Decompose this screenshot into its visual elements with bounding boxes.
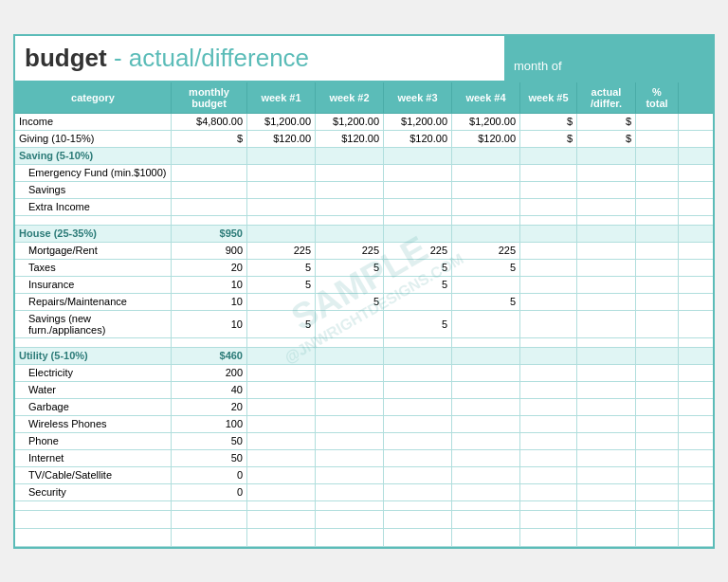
cell xyxy=(172,165,247,181)
cell xyxy=(316,467,384,483)
cell xyxy=(247,416,316,432)
cell: $120.00 xyxy=(452,131,520,147)
cell xyxy=(577,277,636,293)
cell xyxy=(247,199,316,215)
cell xyxy=(247,148,316,164)
col-header-actual: actual /differ. xyxy=(577,82,636,113)
cell xyxy=(316,416,384,432)
table-row: Security0 xyxy=(15,484,713,501)
table-row: Electricity200 xyxy=(15,365,713,382)
cell xyxy=(384,484,452,500)
cell xyxy=(316,148,384,164)
cell xyxy=(520,243,577,259)
cell: 0 xyxy=(172,484,247,500)
cell: $1,200.00 xyxy=(247,114,316,130)
cell xyxy=(247,348,316,364)
table-row: Taxes205555 xyxy=(15,260,713,277)
cell xyxy=(316,311,384,337)
cell xyxy=(520,226,577,242)
cell xyxy=(384,348,452,364)
col-header-week1: week #1 xyxy=(247,82,316,113)
cell xyxy=(452,311,520,337)
cell xyxy=(384,182,452,198)
cell xyxy=(520,382,577,398)
cell xyxy=(520,484,577,500)
cell: $ xyxy=(577,131,636,147)
cell xyxy=(316,199,384,215)
cell xyxy=(452,182,520,198)
cell xyxy=(452,165,520,181)
cell: Electricity xyxy=(15,365,172,381)
cell xyxy=(452,433,520,449)
table-row: Garbage20 xyxy=(15,399,713,416)
cell xyxy=(636,382,679,398)
cell: $120.00 xyxy=(384,131,452,147)
cell xyxy=(384,199,452,215)
cell xyxy=(577,484,636,500)
cell xyxy=(172,148,247,164)
cell: $1,200.00 xyxy=(452,114,520,130)
cell xyxy=(520,416,577,432)
cell xyxy=(384,294,452,310)
cell xyxy=(520,399,577,415)
cell: $1,200.00 xyxy=(384,114,452,130)
cell xyxy=(636,148,679,164)
cell xyxy=(520,450,577,466)
cell xyxy=(636,260,679,276)
cell xyxy=(520,165,577,181)
cell xyxy=(384,467,452,483)
cell: House (25-35%) xyxy=(15,226,172,242)
cell: 5 xyxy=(384,277,452,293)
spacer-row xyxy=(15,338,713,348)
cell xyxy=(316,484,384,500)
col-header-week5: week #5 xyxy=(520,82,577,113)
cell: Phone xyxy=(15,433,172,449)
month-label: month of xyxy=(514,59,562,73)
cell: 5 xyxy=(247,260,316,276)
cell xyxy=(636,226,679,242)
cell xyxy=(247,467,316,483)
cell xyxy=(247,182,316,198)
cell: 5 xyxy=(316,260,384,276)
cell: Giving (10-15%) xyxy=(15,131,172,147)
cell: 5 xyxy=(247,277,316,293)
cell xyxy=(384,165,452,181)
cell xyxy=(172,199,247,215)
cell: 225 xyxy=(452,243,520,259)
cell xyxy=(636,114,679,130)
cell xyxy=(636,416,679,432)
cell xyxy=(577,399,636,415)
cell xyxy=(316,182,384,198)
cell xyxy=(520,365,577,381)
spacer-row xyxy=(15,216,713,226)
section-header-row: Saving (5-10%) xyxy=(15,148,713,165)
cell xyxy=(384,226,452,242)
cell xyxy=(636,165,679,181)
section-header-row: Utility (5-10%)$460 xyxy=(15,348,713,365)
cell: 40 xyxy=(172,382,247,398)
cell: Income xyxy=(15,114,172,130)
cell xyxy=(247,165,316,181)
cell: Water xyxy=(15,382,172,398)
cell xyxy=(452,226,520,242)
cell: 5 xyxy=(316,294,384,310)
table-row: Phone50 xyxy=(15,433,713,450)
column-headers: category monthly budget week #1 week #2 … xyxy=(15,82,713,114)
cell xyxy=(520,260,577,276)
cell: $ xyxy=(520,114,577,130)
cell xyxy=(316,277,384,293)
cell xyxy=(520,182,577,198)
cell: $ xyxy=(172,131,247,147)
cell: 10 xyxy=(172,311,247,337)
cell: 5 xyxy=(452,294,520,310)
table-row: Wireless Phones100 xyxy=(15,416,713,433)
cell: Savings xyxy=(15,182,172,198)
cell xyxy=(384,433,452,449)
cell xyxy=(577,294,636,310)
cell: 225 xyxy=(316,243,384,259)
cell xyxy=(384,365,452,381)
cell: Saving (5-10%) xyxy=(15,148,172,164)
cell: 10 xyxy=(172,277,247,293)
cell xyxy=(636,450,679,466)
cell: 225 xyxy=(384,243,452,259)
